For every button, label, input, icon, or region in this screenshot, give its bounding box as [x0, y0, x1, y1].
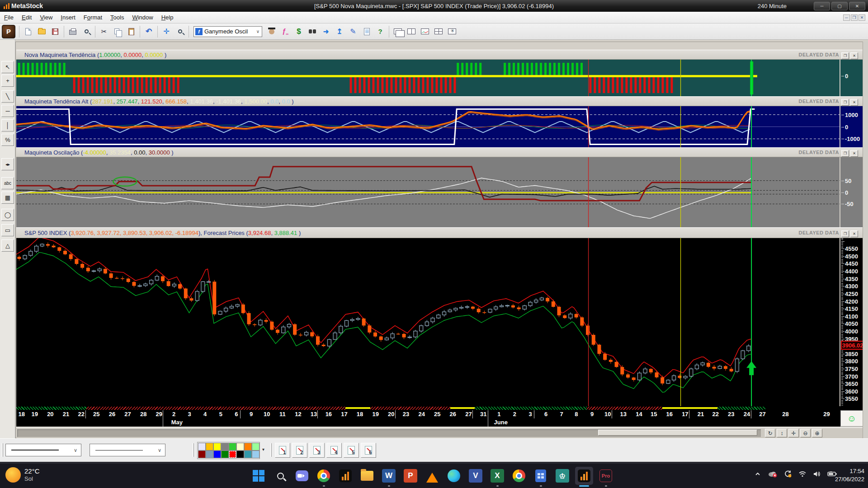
arrow-right-button[interactable]: ➜ [320, 25, 332, 38]
new-button[interactable] [22, 25, 34, 38]
menu-item-view[interactable]: View [36, 12, 57, 23]
line-style-dropdown[interactable]: ∨ [5, 444, 81, 456]
taskbar-icon-metastock[interactable] [336, 467, 354, 485]
chart-window-button[interactable] [419, 25, 431, 38]
palette-more-button[interactable]: ▾ [262, 447, 264, 452]
menu-item-edit[interactable]: Edit [18, 12, 36, 23]
paste-button[interactable] [125, 25, 137, 38]
panel-restore-button[interactable]: ❐ [841, 150, 849, 157]
doc-close-button[interactable]: ✕ [859, 14, 865, 21]
color-swatch[interactable] [252, 443, 259, 450]
binoculars-button[interactable] [306, 25, 319, 38]
color-swatch[interactable] [206, 450, 213, 458]
zoom-out-button[interactable]: ⊖ [800, 429, 811, 437]
color-swatch[interactable] [221, 450, 229, 458]
split-vertical-button[interactable] [405, 25, 418, 38]
panel-restore-button[interactable]: ❐ [841, 99, 849, 106]
taskbar-icon-chrome[interactable] [315, 467, 333, 485]
tray-sync-icon[interactable] [784, 470, 792, 478]
taskbar-icon-word[interactable]: W [380, 467, 398, 485]
chart-template-button-5[interactable]: 5 [344, 443, 359, 458]
tray-chevron-up-icon[interactable] [754, 470, 761, 478]
close-button[interactable]: ✕ [849, 2, 865, 10]
color-swatch[interactable] [244, 443, 252, 450]
color-swatch[interactable] [198, 450, 206, 458]
panel-plot-2[interactable] [16, 106, 840, 147]
panel-resize-strip[interactable] [863, 42, 868, 438]
taskbar-icon-chess[interactable]: ♔ [553, 467, 571, 485]
indicator-quicklist[interactable]: fGanymede Oscil∨ [193, 26, 262, 37]
dollar-button[interactable]: $ [292, 25, 305, 38]
guru-button[interactable] [265, 25, 278, 38]
trendline-tool[interactable]: ╲ [1, 90, 14, 103]
cut-button[interactable]: ✂ [98, 25, 110, 38]
vertical-fit-button[interactable]: ↕ [777, 429, 787, 437]
color-swatch[interactable] [229, 450, 236, 458]
weather-widget[interactable]: 22°CSol [5, 467, 40, 483]
scrollbar-thumb[interactable] [598, 430, 757, 436]
taskbar-icon-search[interactable] [271, 467, 289, 485]
menu-item-window[interactable]: Window [128, 12, 157, 23]
report-button[interactable] [360, 25, 373, 38]
rectangle-tool[interactable]: ▭ [1, 224, 14, 236]
upload-button[interactable]: ↥ [333, 25, 346, 38]
taskbar-icon-visio[interactable]: V [467, 467, 485, 485]
color-swatch[interactable] [221, 443, 229, 450]
cascade-button[interactable] [392, 25, 404, 38]
panel-restore-button[interactable]: ❐ [841, 230, 849, 237]
tray-onedrive-error-icon[interactable] [768, 470, 778, 478]
taskbar-icon-chat[interactable] [293, 467, 311, 485]
taskbar-icon-vlc[interactable] [423, 467, 441, 485]
chart-template-button-2[interactable]: 2 [292, 443, 307, 458]
menu-item-help[interactable]: Help [157, 12, 178, 23]
taskbar-icon-powerpoint[interactable]: P [401, 467, 420, 485]
undo-button[interactable]: ↶ [142, 25, 155, 38]
chart-template-button-3[interactable]: 3 [309, 443, 325, 458]
horizontal-line-tool[interactable]: ─ [1, 105, 14, 117]
panel-plot-1[interactable] [16, 60, 840, 96]
zoomdot-button[interactable] [174, 25, 186, 38]
doc-restore-button[interactable]: ❐ [851, 14, 858, 21]
taskbar-icon-edge[interactable] [445, 467, 463, 485]
tray-volume-icon[interactable] [813, 470, 821, 478]
color-swatch[interactable] [252, 450, 259, 458]
ellipse-tool[interactable]: ◯ [1, 209, 14, 221]
taskbar-icon-pro[interactable]: Pro [597, 467, 615, 485]
grid-tool[interactable]: ▦ [1, 192, 14, 204]
panel-plot-3[interactable] [16, 157, 840, 227]
doc-minimize-button[interactable]: ─ [843, 14, 850, 21]
save-button[interactable] [49, 25, 61, 38]
panel-close-button[interactable]: ✕ [850, 99, 858, 106]
menu-item-file[interactable]: File [0, 12, 18, 23]
taskbar-icon-explorer[interactable] [358, 467, 376, 485]
panel-plot-4[interactable] [16, 238, 840, 406]
power-console-button[interactable]: P [2, 25, 15, 38]
line-weight-dropdown[interactable]: ∨ [90, 444, 165, 456]
tray-wifi-icon[interactable] [798, 470, 807, 478]
pen-button[interactable]: ✎ [347, 25, 359, 38]
chart-template-button-1[interactable]: 1 [275, 443, 290, 458]
zoom-in-button[interactable]: ⊕ [812, 429, 822, 437]
taskbar-icon-calculator[interactable] [532, 467, 550, 485]
triangle-tool[interactable]: △ [1, 239, 14, 252]
taskbar-icon-chrome2[interactable] [510, 467, 528, 485]
color-swatch[interactable] [236, 443, 244, 450]
refresh-button[interactable]: ↻ [765, 429, 775, 437]
panel-close-button[interactable]: ✕ [850, 52, 858, 59]
taskbar-icon-excel[interactable]: X [488, 467, 506, 485]
crosshair-button[interactable]: ✛ [160, 25, 173, 38]
scroll-tool[interactable]: ◂▸ [1, 158, 14, 170]
crosshair-tool[interactable]: + [1, 75, 14, 87]
fx-button[interactable]: ƒ∞ [279, 25, 292, 38]
panel-restore-button[interactable]: ❐ [841, 52, 849, 59]
help-button[interactable]: ? [374, 25, 387, 38]
color-swatch[interactable] [198, 443, 206, 450]
preview-button[interactable] [80, 25, 93, 38]
vertical-line-tool[interactable]: │ [1, 119, 14, 131]
menu-item-format[interactable]: Format [80, 12, 106, 23]
color-swatch[interactable] [244, 450, 252, 458]
color-swatch[interactable] [229, 443, 236, 450]
horizontal-scrollbar[interactable] [17, 429, 761, 437]
grid-tile-button[interactable] [432, 25, 445, 38]
menu-item-tools[interactable]: Tools [106, 12, 128, 23]
